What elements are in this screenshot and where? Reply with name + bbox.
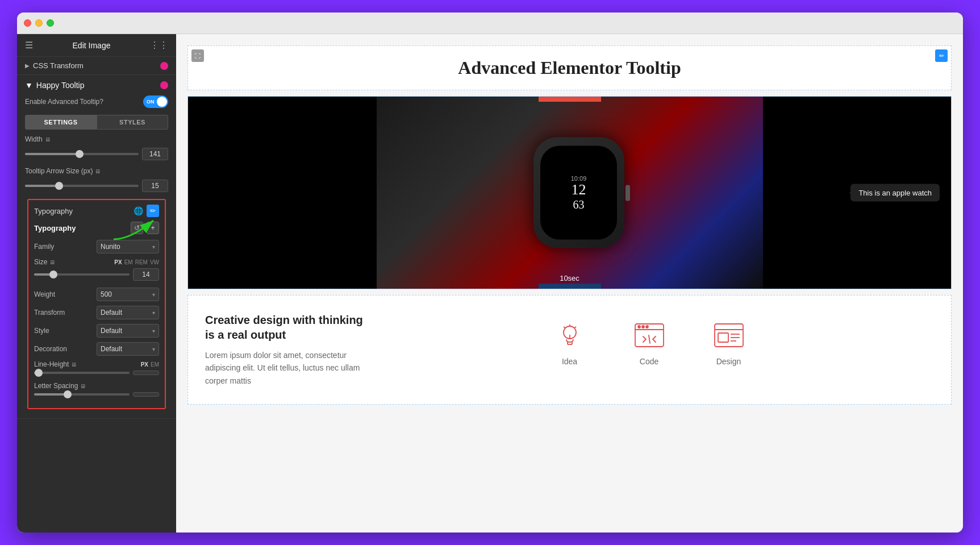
tab-settings[interactable]: SETTINGS [25,115,97,130]
code-label: Code [640,357,658,366]
typography-title-label: Typography [34,207,73,215]
transform-row: Transform Default ▾ [34,306,159,319]
lh-units: PX EM [141,361,159,368]
width-label: Width 🖥 [25,135,51,143]
style-select[interactable]: Default ▾ [97,324,159,338]
size-input[interactable]: 14 [133,268,159,281]
watch-band-top [539,96,601,102]
bottom-body: Lorem ipsum dolor sit amet, consectetur … [205,349,364,387]
decoration-chevron-icon: ▾ [152,346,155,352]
size-units: PX EM REM VW [114,259,159,265]
title-bar [17,13,963,34]
collapse-arrow[interactable]: ▼ [25,81,33,90]
arrow-size-row: Tooltip Arrow Size (px) 🖥 [25,167,168,175]
arrow-size-slider[interactable] [25,185,139,187]
width-input[interactable]: 141 [142,148,168,160]
svg-line-6 [574,327,576,328]
watch-timer-label: 10sec [560,274,579,282]
mac-window: ☰ Edit Image ⋮⋮ ▶ CSS Transform ▼ [17,13,963,532]
page-title-section: ⛶ Advanced Elementor Tooltip ✏ [187,45,952,90]
css-transform-indicator [160,62,168,70]
maximize-button[interactable] [47,19,54,27]
watch-screen: 10:09 12 63 [540,146,617,240]
watch-crown [625,185,630,201]
css-transform-row[interactable]: ▶ CSS Transform [17,57,176,75]
unit-px[interactable]: PX [114,259,122,265]
typography-edit-icon[interactable]: ✏ [147,205,159,217]
unit-vw[interactable]: VW [150,259,159,265]
unit-rem[interactable]: REM [135,259,148,265]
bottom-section: Creative design with thinking is a real … [187,295,952,405]
reset-icon[interactable]: ↺ [131,222,143,234]
happy-tooltip-section: ▼ Happy Tooltip Enable Advanced Tooltip?… [17,75,176,419]
arrow-monitor-icon: 🖥 [95,168,101,174]
width-slider[interactable] [25,153,139,155]
family-select[interactable]: Nunito ▾ [97,240,159,253]
image-section: 10:09 12 63 10sec [187,96,952,289]
chevron-down-icon: ▾ [152,244,155,250]
bottom-title: Creative design with thinking is a real … [205,313,364,342]
typography-sub-header: Typography ↺ + [34,222,159,234]
ls-monitor-icon: 🖥 [80,383,86,389]
enable-tooltip-toggle[interactable]: ON [143,95,168,108]
canvas-area: ⛶ Advanced Elementor Tooltip ✏ 10 [176,34,963,532]
svg-rect-15 [715,324,743,347]
happy-tooltip-title: ▼ Happy Tooltip [25,81,84,90]
design-item: Design [712,318,746,366]
tab-styles[interactable]: STYLES [97,115,168,130]
sidebar-header: ☰ Edit Image ⋮⋮ [17,34,176,57]
weight-label: Weight [34,290,68,298]
sidebar: ☰ Edit Image ⋮⋮ ▶ CSS Transform ▼ [17,34,176,532]
lh-monitor-icon: 🖥 [71,361,77,368]
svg-point-12 [642,326,644,328]
arrow-size-label: Tooltip Arrow Size (px) 🖥 [25,167,101,175]
minimize-button[interactable] [35,19,43,27]
add-icon[interactable]: + [147,222,159,234]
globe-icon[interactable]: 🌐 [134,206,143,215]
letter-spacing-slider[interactable] [34,393,130,396]
line-height-slider-row [34,371,159,375]
code-item: Code [632,318,666,366]
size-slider[interactable] [34,273,130,276]
letter-spacing-label-row: Letter Spacing 🖥 [34,382,159,390]
line-height-input[interactable] [133,371,159,375]
letter-spacing-label: Letter Spacing 🖥 [34,382,86,390]
transform-chevron-icon: ▾ [152,310,155,316]
letter-spacing-input[interactable] [133,392,159,397]
idea-icon [553,318,587,352]
size-slider-row: 14 [34,268,159,281]
family-row: Family Nunito ▾ [34,240,159,253]
watch-assembly: 10:09 12 63 10sec [524,96,615,289]
close-button[interactable] [24,19,31,27]
tooltip-bubble: This is an apple watch [850,184,940,202]
line-height-label: Line-Height 🖥 [34,360,77,368]
grid-icon[interactable]: ⋮⋮ [150,40,168,51]
watch-numbers: 12 63 [572,182,586,211]
size-monitor-icon: 🖥 [49,259,55,265]
apple-watch-image: 10:09 12 63 10sec [377,96,763,289]
watch-band-bottom [539,284,601,289]
enable-tooltip-label: Enable Advanced Tooltip? [25,98,103,106]
typography-header: Typography 🌐 ✏ [34,205,159,217]
transform-label: Transform [34,309,68,317]
page-title: Advanced Elementor Tooltip [205,57,934,78]
expand-icon[interactable]: ⛶ [191,49,204,62]
decoration-select[interactable]: Default ▾ [97,342,159,356]
size-label: Size 🖥 [34,258,55,266]
icons-row: Idea [364,313,934,387]
typography-sub-icons: ↺ + [131,222,159,234]
enable-tooltip-row: Enable Advanced Tooltip? ON [25,95,168,108]
arrow-size-slider-row: 15 [25,180,168,192]
unit-em[interactable]: EM [124,259,133,265]
transform-select[interactable]: Default ▾ [97,306,159,319]
line-height-slider[interactable] [34,372,130,374]
lh-unit-em[interactable]: EM [151,361,159,368]
decoration-label: Decoration [34,345,68,353]
edit-corner-icon[interactable]: ✏ [935,49,948,62]
lh-unit-px[interactable]: PX [141,361,148,368]
weight-select[interactable]: 500 ▾ [97,288,159,301]
letter-spacing-slider-row [34,392,159,397]
svg-point-13 [646,326,648,328]
hamburger-icon[interactable]: ☰ [25,40,33,51]
arrow-size-input[interactable]: 15 [142,180,168,192]
